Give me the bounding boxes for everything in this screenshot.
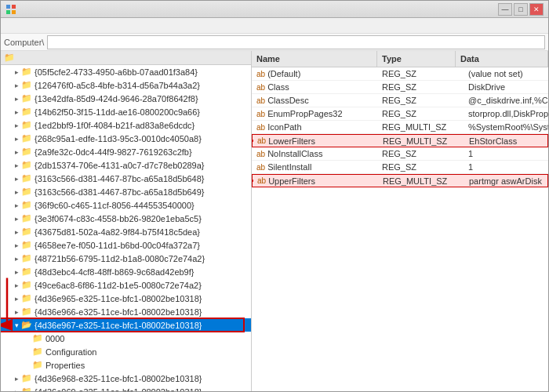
tree-item-item13[interactable]: ▸📁{43675d81-502a-4a82-9f84-b75f418c5dea} — [1, 225, 251, 238]
expand-arrow-item14: ▸ — [12, 241, 21, 249]
tree-item-item7[interactable]: ▸📁{2a9fe32c-0dc4-44f9-9827-7619263c2fb} — [1, 145, 251, 158]
maximize-button[interactable]: □ — [514, 3, 528, 16]
reg-row-row-silent[interactable]: abSilentInstallREG_SZ1 — [252, 161, 548, 174]
svg-rect-0 — [6, 5, 10, 9]
reg-icon-row-lowerfilters: ab — [257, 136, 266, 145]
folder-icon-item11: 📁 — [21, 200, 32, 210]
reg-icon-row-silent: ab — [256, 163, 265, 172]
reg-row-row-iconpath[interactable]: abIconPathREG_MULTI_SZ%SystemRoot%\Syste… — [252, 121, 548, 134]
expand-arrow-item19: ▸ — [12, 308, 21, 316]
reg-cell-type-row-silent: REG_SZ — [377, 161, 464, 174]
reg-cell-data-row-silent: 1 — [464, 161, 548, 174]
tree-item-item20a[interactable]: 📁0000 — [1, 332, 251, 345]
expand-arrow-item17: ▸ — [12, 281, 21, 289]
title-bar-buttons: — □ ✕ — [498, 3, 544, 16]
tree-item-item5[interactable]: ▸📁{1ed2bbf9-1f0f-4084-b21f-ad83a8e6dcdc} — [1, 118, 251, 132]
folder-icon-item22: 📁 — [21, 387, 32, 391]
reg-cell-name-row-class: abClass — [252, 81, 377, 94]
tree-item-item8[interactable]: ▸📁{2db15374-706e-4131-a0c7-d7c78eb0289a} — [1, 158, 251, 172]
reg-cell-data-row-noinstall: 1 — [464, 147, 548, 161]
expand-arrow-item22: ▸ — [12, 388, 21, 392]
reg-cell-type-row-lowerfilters: REG_MULTI_SZ — [378, 134, 464, 147]
expand-arrow-item16: ▸ — [12, 268, 21, 276]
folder-icon-item12: 📁 — [21, 213, 32, 223]
reg-row-row-lowerfilters[interactable]: abLowerFiltersREG_MULTI_SZEhStorClass — [252, 134, 548, 147]
tree-item-item2[interactable]: ▸📁{126476f0-a5c8-4bfe-b314-d56a7b44a3a2} — [1, 78, 251, 92]
folder-icon-item10: 📁 — [21, 187, 32, 197]
address-label-text: Computer\ — [4, 38, 44, 47]
registry-rows-container: ab(Default)REG_SZ(value not set)abClassR… — [252, 67, 548, 391]
tree-panel-header: 📁 — [1, 51, 251, 65]
tree-item-item15[interactable]: ▸📁{48721b56-6795-11d2-b1a8-0080c72e74a2} — [1, 252, 251, 265]
folder-icon-item4: 📁 — [21, 107, 32, 117]
tree-item-item14[interactable]: ▸📁{4658ee7e-f050-11d1-b6bd-00c04fa372a7} — [1, 238, 251, 252]
tree-item-label-item15: {48721b56-6795-11d2-b1a8-0080c72e74a2} — [35, 254, 205, 263]
reg-name-text-row-iconpath: IconPath — [267, 122, 301, 132]
expand-arrow-item4: ▸ — [12, 108, 21, 116]
tree-item-item20[interactable]: ▾📂{4d36e967-e325-11ce-bfc1-08002be10318} — [1, 318, 251, 332]
reg-icon-row-noinstall: ab — [256, 150, 265, 158]
reg-cell-data-row-iconpath: %SystemRoot%\System32\setu... — [464, 121, 548, 134]
tree-item-item3[interactable]: ▸📁{13e42dfa-85d9-424d-9646-28a70f8642f8} — [1, 92, 251, 105]
tree-item-label-item2: {126476f0-a5c8-4bfe-b314-d56a7b44a3a2} — [35, 81, 200, 90]
reg-cell-type-row-default: REG_SZ — [377, 67, 464, 81]
tree-item-item11[interactable]: ▸📁{36f9c60-c465-11cf-8056-444553540000} — [1, 198, 251, 212]
tree-item-item6[interactable]: ▸📁{268c95a1-edfe-11d3-95c3-0010dc4050a8} — [1, 132, 251, 145]
folder-icon-item14: 📁 — [21, 240, 32, 250]
folder-icon: 📁 — [4, 53, 15, 63]
tree-item-item4[interactable]: ▸📁{14b62f50-3f15-11dd-ae16-0800200c9a66} — [1, 105, 251, 118]
reg-icon-row-upperfilters: ab — [257, 176, 266, 185]
tree-items-container: ▸📁{05f5cfe2-4733-4950-a6bb-07aad01f3a84}… — [1, 65, 251, 391]
col-header-name: Name — [252, 51, 377, 67]
reg-row-row-enumpages[interactable]: abEnumPropPages32REG_SZstorprop.dll,Disk… — [252, 107, 548, 121]
reg-row-row-classdesc[interactable]: abClassDescREG_SZ@c_diskdrive.inf,%Class… — [252, 94, 548, 107]
expand-arrow-item6: ▸ — [12, 135, 21, 143]
tree-item-item17[interactable]: ▸📁{49ce6ac8-6f86-11d2-b1e5-0080c72e74a2} — [1, 278, 251, 292]
tree-item-label-item1: {05f5cfe2-4733-4950-a6bb-07aad01f3a84} — [35, 67, 198, 77]
registry-column-headers: Name Type Data — [252, 51, 548, 67]
tree-item-item16[interactable]: ▸📁{48d3ebc4-4cf8-48ff-b869-9c68ad42eb9f} — [1, 265, 251, 278]
tree-item-item20c[interactable]: 📁Properties — [1, 358, 251, 372]
tree-item-item1[interactable]: ▸📁{05f5cfe2-4733-4950-a6bb-07aad01f3a84} — [1, 65, 251, 78]
reg-row-row-default[interactable]: ab(Default)REG_SZ(value not set) — [252, 67, 548, 81]
tree-item-item12[interactable]: ▸📁{3e3f0674-c83c-4558-bb26-9820e1eba5c5} — [1, 212, 251, 225]
reg-row-row-noinstall[interactable]: abNoInstallClassREG_SZ1 — [252, 147, 548, 161]
tree-item-item10[interactable]: ▸📁{3163c566-d381-4467-87bc-a65a18d5b649} — [1, 185, 251, 198]
tree-item-label-item12: {3e3f0674-c83c-4558-bb26-9820e1eba5c5} — [35, 214, 202, 223]
menu-favorites[interactable] — [42, 24, 54, 27]
tree-item-item21[interactable]: ▸📁{4d36e968-e325-11ce-bfc1-08002be10318} — [1, 372, 251, 385]
menu-file[interactable] — [4, 24, 16, 27]
main-content: 📁 ▸📁{05f5cfe2-4733-4950-a6bb-07aad01f3a8… — [1, 51, 548, 391]
expand-arrow-item15: ▸ — [12, 255, 21, 263]
reg-cell-name-row-lowerfilters: abLowerFilters — [253, 134, 378, 147]
folder-icon-item21: 📁 — [21, 373, 32, 383]
right-panel: Name Type Data ab(Default)REG_SZ(value n… — [252, 51, 548, 391]
tree-item-item9[interactable]: ▸📁{3163c566-d381-4467-87bc-a65a18d5b648} — [1, 172, 251, 185]
reg-row-row-upperfilters[interactable]: abUpperFiltersREG_MULTI_SZpartmgr aswArD… — [252, 174, 548, 187]
folder-icon-item2: 📁 — [21, 80, 32, 90]
folder-icon-item19: 📁 — [21, 307, 32, 317]
reg-cell-name-row-noinstall: abNoInstallClass — [252, 147, 377, 161]
close-button[interactable]: ✕ — [529, 3, 544, 16]
reg-icon-row-class: ab — [256, 83, 265, 92]
tree-item-item20b[interactable]: 📁Configuration — [1, 345, 251, 358]
menu-view[interactable] — [29, 24, 42, 27]
tree-item-item19[interactable]: ▸📁{4d36e966-e325-11ce-bfc1-08002be10318} — [1, 305, 251, 318]
reg-cell-data-row-lowerfilters: EhStorClass — [464, 134, 547, 147]
folder-icon-item20b: 📁 — [32, 347, 43, 357]
minimize-button[interactable]: — — [498, 3, 512, 16]
folder-icon-item16: 📁 — [21, 267, 32, 277]
folder-icon-item3: 📁 — [21, 93, 32, 103]
menu-edit[interactable] — [16, 24, 29, 27]
tree-panel: 📁 ▸📁{05f5cfe2-4733-4950-a6bb-07aad01f3a8… — [1, 51, 252, 391]
folder-icon-item1: 📁 — [21, 67, 32, 77]
svg-rect-3 — [12, 10, 16, 14]
tree-item-item18[interactable]: ▸📁{4d36e965-e325-11ce-bfc1-08002be10318} — [1, 292, 251, 305]
tree-item-item22[interactable]: ▸📁{4d36e969-e325-11ce-bfc1-08002be10318} — [1, 385, 251, 391]
reg-cell-type-row-noinstall: REG_SZ — [377, 147, 464, 161]
address-input[interactable] — [47, 35, 545, 49]
reg-row-row-class[interactable]: abClassREG_SZDiskDrive — [252, 81, 548, 94]
menu-help[interactable] — [54, 24, 67, 27]
tree-item-label-item16: {48d3ebc4-4cf8-48ff-b869-9c68ad42eb9f} — [35, 267, 194, 277]
reg-cell-data-row-enumpages: storprop.dll,DiskPropPageProvi... — [464, 107, 548, 121]
